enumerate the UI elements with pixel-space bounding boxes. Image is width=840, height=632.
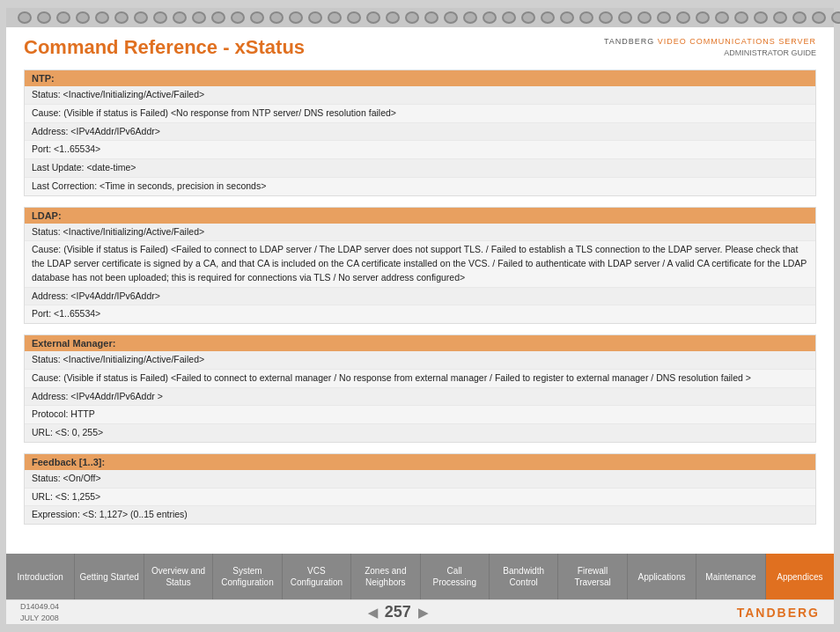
spiral-hole: [637, 11, 652, 24]
spiral-hole: [289, 11, 303, 24]
section-header-ldap: LDAP:: [25, 208, 815, 224]
nav-item-bandwidth-control[interactable]: Bandwidth Control: [490, 554, 558, 599]
nav-item-introduction[interactable]: Introduction: [6, 554, 75, 599]
table-row: Status: <Inactive/Initializing/Active/Fa…: [25, 351, 815, 370]
nav-item-appendices[interactable]: Appendices: [766, 554, 834, 599]
spiral-hole: [599, 11, 613, 24]
spiral-hole: [269, 11, 284, 24]
table-row: URL: <S: 0, 255>: [25, 424, 815, 442]
nav-item-applications[interactable]: Applications: [628, 554, 696, 599]
nav-item-getting-started[interactable]: Getting Started: [75, 554, 144, 599]
section-feedback: Feedback [1..3]:Status: <On/Off>URL: <S:…: [24, 453, 816, 525]
nav-item-firewall-traversal[interactable]: Firewall Traversal: [558, 554, 627, 599]
section-header-external-manager: External Manager:: [25, 335, 815, 351]
spiral-hole: [347, 11, 361, 24]
brand-name: TANDBERG VIDEO COMMUNICATIONS SERVER: [604, 36, 816, 48]
spiral-hole: [76, 11, 90, 24]
spiral-hole: [483, 11, 497, 24]
nav-item-vcs-configuration[interactable]: VCS Configuration: [283, 554, 351, 599]
nav-item-maintenance[interactable]: Maintenance: [696, 554, 765, 599]
spiral-hole: [153, 11, 167, 24]
spiral-hole: [579, 11, 593, 24]
table-row: Status: <On/Off>: [25, 470, 815, 489]
spiral-hole: [250, 11, 264, 24]
nav-item-system-configuration[interactable]: System Configuration: [213, 554, 282, 599]
spiral-hole: [754, 11, 768, 24]
spiral-hole: [424, 11, 438, 24]
table-row: Expression: <S: 1,127> (0..15 entries): [25, 506, 815, 524]
spiral-hole: [308, 11, 322, 24]
section-ldap: LDAP:Status: <Inactive/Initializing/Acti…: [24, 207, 816, 325]
page-header: Command Reference - xStatus TANDBERG VID…: [24, 36, 816, 59]
spiral-hole: [657, 11, 671, 24]
sections-container: NTP:Status: <Inactive/Initializing/Activ…: [24, 70, 816, 554]
next-page-arrow[interactable]: ▶: [418, 606, 428, 620]
spiral-hole: [773, 11, 787, 24]
spiral-hole: [463, 11, 477, 24]
spiral-hole: [444, 11, 458, 24]
table-row: Status: <Inactive/Initializing/Active/Fa…: [25, 86, 815, 105]
spiral-hole: [386, 11, 400, 24]
spiral-hole: [211, 11, 225, 24]
spiral-hole: [114, 11, 129, 24]
table-row: Port: <1..65534>: [25, 141, 815, 159]
table-row: Cause: (Visible if status is Failed) <Fa…: [25, 370, 815, 388]
table-row: Cause: (Visible if status is Failed) <No…: [25, 105, 815, 123]
spiral-hole: [696, 11, 710, 24]
page-container: Command Reference - xStatus TANDBERG VID…: [6, 8, 834, 624]
spiral-hole: [173, 11, 187, 24]
brand-block: TANDBERG VIDEO COMMUNICATIONS SERVER ADM…: [604, 36, 816, 58]
main-content: Command Reference - xStatus TANDBERG VID…: [6, 27, 834, 554]
table-row: Address: <IPv4Addr/IPv6Addr >: [25, 388, 815, 407]
nav-item-call-processing[interactable]: Call Processing: [421, 554, 490, 599]
page-title: Command Reference - xStatus: [24, 36, 305, 59]
spiral-hole: [37, 11, 51, 24]
spiral-hole: [231, 11, 245, 24]
spiral-hole: [715, 11, 729, 24]
bottom-nav: IntroductionGetting StartedOverview and …: [6, 554, 834, 599]
section-header-ntp: NTP:: [25, 70, 815, 86]
table-row: Address: <IPv4Addr/IPv6Addr>: [25, 288, 815, 306]
spiral-hole: [18, 11, 32, 24]
spiral-hole: [95, 11, 109, 24]
spiral-hole: [792, 11, 807, 24]
spiral-hole: [521, 11, 535, 24]
spiral-hole: [618, 11, 632, 24]
spiral-hole: [192, 11, 206, 24]
table-row: Status: <Inactive/Initializing/Active/Fa…: [25, 224, 815, 242]
spiral-hole: [676, 11, 690, 24]
table-row: URL: <S: 1,255>: [25, 489, 815, 507]
table-row: Last Update: <date-time>: [25, 159, 815, 178]
spiral-hole: [328, 11, 342, 24]
spiral-hole: [560, 11, 574, 24]
spiral-hole: [134, 11, 148, 24]
spiral-hole: [502, 11, 516, 24]
nav-item-zones-and-neighbors[interactable]: Zones and Neighbors: [351, 554, 420, 599]
nav-item-overview-and-status[interactable]: Overview and Status: [144, 554, 213, 599]
section-header-feedback: Feedback [1..3]:: [25, 454, 815, 470]
spiral-hole: [56, 11, 70, 24]
page-number: 257: [385, 603, 411, 621]
footer-pagination: ◀ 257 ▶: [368, 603, 428, 621]
table-row: Cause: (Visible if status is Failed) <Fa…: [25, 241, 815, 287]
spiral-hole: [541, 11, 555, 24]
spiral-hole: [405, 11, 419, 24]
table-row: Address: <IPv4Addr/IPv6Addr>: [25, 123, 815, 142]
spiral-hole: [812, 11, 826, 24]
table-row: Last Correction: <Time in seconds, preci…: [25, 178, 815, 195]
spiral-hole: [366, 11, 380, 24]
spiral-hole: [831, 11, 840, 24]
section-ntp: NTP:Status: <Inactive/Initializing/Activ…: [24, 70, 816, 196]
spiral-bar: [6, 8, 834, 27]
prev-page-arrow[interactable]: ◀: [368, 606, 378, 620]
section-external-manager: External Manager:Status: <Inactive/Initi…: [24, 334, 816, 443]
table-row: Protocol: HTTP: [25, 406, 815, 424]
footer: D14049.04 JULY 2008 ◀ 257 ▶ TANDBERG: [6, 599, 834, 624]
table-row: Port: <1..65534>: [25, 305, 815, 323]
footer-doc-info: D14049.04 JULY 2008: [20, 601, 59, 623]
spiral-hole: [734, 11, 748, 24]
footer-brand: TANDBERG: [737, 606, 820, 620]
